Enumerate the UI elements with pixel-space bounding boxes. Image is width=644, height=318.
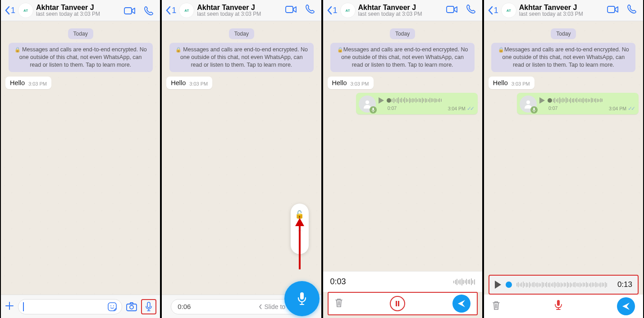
contact-avatar[interactable]: AT	[18, 3, 33, 18]
voice-call-button[interactable]	[624, 4, 639, 17]
camera-icon[interactable]	[126, 302, 137, 312]
mic-icon	[145, 302, 152, 312]
message-time: 3:03 PM	[28, 81, 47, 86]
svg-rect-7	[286, 6, 293, 13]
delete-button[interactable]	[492, 300, 500, 313]
encryption-notice[interactable]: 🔒Messages and calls are end-to-end encry…	[491, 43, 635, 72]
outgoing-voice-message[interactable]: 0:07 3:04 PM ✓✓	[356, 93, 478, 114]
progress-handle[interactable]	[506, 282, 512, 288]
voice-call-button[interactable]	[302, 4, 318, 17]
video-call-button[interactable]	[121, 5, 138, 16]
attach-button[interactable]	[5, 300, 14, 314]
trash-icon	[492, 300, 500, 310]
incoming-message[interactable]: Hello 3:03 PM	[5, 77, 51, 89]
resume-record-button[interactable]	[554, 300, 562, 313]
back-button[interactable]: 1	[5, 6, 15, 15]
incoming-message[interactable]: Hello 3:03 PM	[166, 77, 212, 89]
svg-point-2	[110, 305, 111, 306]
incoming-message[interactable]: Hello3:03 PM	[489, 77, 534, 89]
incoming-message[interactable]: Hello3:03 PM	[328, 77, 374, 89]
pause-button[interactable]	[390, 296, 405, 311]
mic-icon	[554, 300, 562, 310]
recording-time: 0:03	[330, 277, 346, 286]
waveform[interactable]	[548, 96, 635, 104]
recording-controls-highlighted	[328, 292, 478, 315]
delivered-checks-icon: ✓✓	[628, 105, 634, 112]
contact-name: Akhtar Tanveer J	[36, 4, 119, 12]
encryption-notice[interactable]: 🔒Messages and calls are end-to-end encry…	[330, 43, 475, 72]
contact-info[interactable]: Akhtar Tanveer J last seen today at 3:03…	[197, 4, 279, 18]
chevron-left-icon	[327, 6, 332, 15]
chat-area[interactable]: Today 🔒 Messages and calls are end-to-en…	[162, 21, 321, 295]
chat-area[interactable]: Today 🔒Messages and calls are end-to-end…	[484, 21, 643, 275]
svg-rect-6	[147, 302, 150, 308]
encryption-notice[interactable]: 🔒 Messages and calls are end-to-end encr…	[9, 43, 153, 72]
message-input[interactable]	[18, 299, 122, 314]
recording-time: 0:06	[178, 303, 191, 310]
send-button[interactable]	[452, 295, 470, 313]
pause-icon	[395, 301, 400, 306]
encryption-text: Messages and calls are end-to-end encryp…	[19, 46, 147, 68]
send-icon	[621, 302, 630, 311]
lock-icon: 🔒	[337, 47, 343, 52]
phone-icon	[144, 6, 154, 16]
voice-duration: 0:07	[388, 105, 397, 112]
contact-info[interactable]: Akhtar Tanveer Jlast seen today at 3:03 …	[519, 4, 602, 18]
video-call-button[interactable]	[283, 5, 300, 16]
chat-header: 1 AT Akhtar Tanveer J last seen today at…	[162, 0, 321, 21]
play-icon[interactable]	[539, 97, 545, 104]
chevron-left-icon	[488, 6, 493, 15]
waveform[interactable]	[387, 96, 474, 104]
contact-avatar[interactable]: AT	[340, 3, 356, 18]
recording-status-row: 0:03	[323, 271, 482, 292]
video-icon	[285, 5, 297, 14]
sender-avatar	[520, 95, 537, 113]
voice-call-button[interactable]	[141, 5, 156, 16]
play-icon[interactable]	[379, 97, 384, 104]
review-waveform[interactable]	[516, 282, 613, 288]
svg-rect-17	[557, 300, 560, 306]
contact-status: last seen today at 3:03 PM	[36, 11, 119, 17]
voice-review-player-highlighted: 0:13	[489, 275, 639, 295]
mic-button-highlighted[interactable]	[141, 299, 156, 314]
recording-bar: 0:06 Slide to cancel	[162, 295, 321, 318]
svg-point-10	[365, 100, 369, 104]
review-controls	[484, 295, 643, 318]
lock-icon: 🔒	[14, 47, 21, 52]
svg-rect-8	[300, 292, 304, 300]
back-button[interactable]: 1	[488, 6, 498, 15]
live-waveform	[453, 278, 475, 286]
delete-button[interactable]	[335, 298, 343, 310]
chat-header: 1 AT Akhtar Tanveer Jlast seen today at …	[323, 0, 482, 21]
contact-info[interactable]: Akhtar Tanveer Jlast seen today at 3:03 …	[358, 4, 441, 18]
message-text: Hello	[10, 79, 25, 86]
date-pill: Today	[229, 28, 254, 39]
mic-icon	[297, 291, 307, 306]
svg-rect-0	[124, 8, 132, 14]
recording-mic-button[interactable]	[284, 281, 320, 316]
encryption-notice[interactable]: 🔒 Messages and calls are end-to-end encr…	[169, 43, 314, 72]
contact-avatar[interactable]: AT	[501, 3, 516, 18]
send-button[interactable]	[617, 297, 635, 315]
svg-rect-16	[534, 108, 535, 110]
play-button[interactable]	[495, 281, 501, 289]
back-button[interactable]: 1	[165, 6, 176, 15]
voice-call-button[interactable]	[463, 4, 479, 17]
chat-area[interactable]: Today 🔒 Messages and calls are end-to-en…	[1, 21, 160, 295]
video-call-button[interactable]	[604, 5, 621, 16]
back-button[interactable]: 1	[327, 6, 338, 15]
review-duration: 0:13	[617, 280, 632, 289]
contact-avatar[interactable]: AT	[179, 3, 194, 18]
text-cursor	[23, 302, 24, 311]
send-icon	[457, 299, 466, 308]
mic-badge-icon	[530, 106, 538, 114]
video-call-button[interactable]	[443, 5, 461, 16]
svg-rect-11	[372, 108, 374, 110]
outgoing-voice-message[interactable]: 0:07 3:04 PM ✓✓	[517, 93, 639, 114]
contact-info[interactable]: Akhtar Tanveer J last seen today at 3:03…	[36, 4, 119, 18]
chevron-left-icon	[165, 6, 171, 15]
input-bar	[1, 295, 160, 318]
back-count: 1	[11, 6, 15, 15]
sticker-icon[interactable]	[107, 302, 117, 312]
chat-area[interactable]: Today 🔒Messages and calls are end-to-end…	[323, 21, 482, 271]
